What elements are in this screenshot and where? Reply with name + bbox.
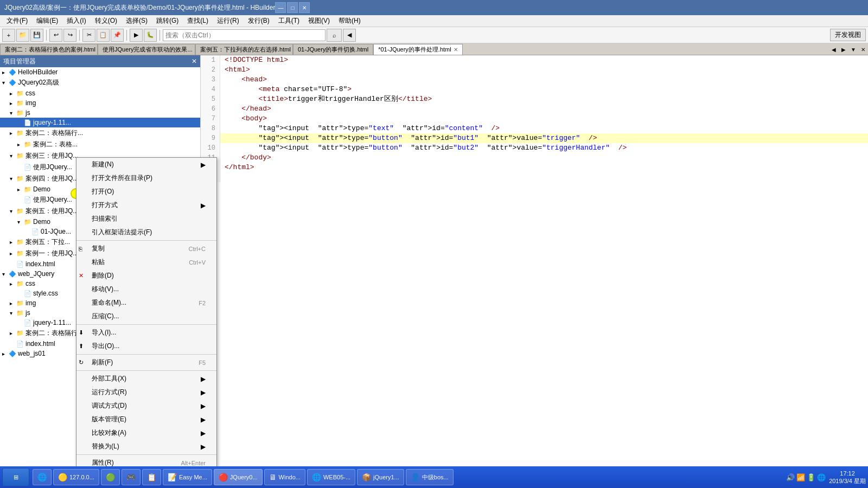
context-menu-item-22[interactable]: 版本管理(E)▶: [76, 413, 216, 426]
toolbar-open[interactable]: 📁: [16, 29, 29, 42]
context-menu-item-12[interactable]: 压缩(C)...: [76, 310, 216, 323]
context-menu-item-11[interactable]: 重命名(M)...F2: [76, 296, 216, 310]
menu-item-t[interactable]: 工具(T): [274, 15, 304, 27]
context-menu-item-21[interactable]: 调试方式(D)▶: [76, 399, 216, 413]
tab-2[interactable]: 案例五：下拉列表的左右选择.html: [195, 44, 293, 55]
systray-icon[interactable]: 🔊: [786, 473, 795, 481]
tree-item-2[interactable]: ▸📁css: [0, 88, 200, 98]
context-menu-item-23[interactable]: 比较对象(A)▶: [76, 426, 216, 440]
context-menu-item-4[interactable]: 扫描索引: [76, 212, 216, 226]
maximize-button[interactable]: □: [287, 2, 298, 13]
tab-action-btn[interactable]: ✕: [858, 44, 868, 55]
tree-item-6[interactable]: ▸📁案例二：表格隔行...: [0, 127, 200, 139]
code-line-13[interactable]: 13: [201, 172, 868, 182]
systray-icon[interactable]: 🌐: [817, 473, 826, 481]
menu-item-i[interactable]: 插入(I): [62, 15, 90, 27]
code-line-1[interactable]: 1<!DOCTYPE html>: [201, 55, 868, 65]
tree-item-4[interactable]: ▾📁js: [0, 108, 200, 118]
taskbar-item-clipboard[interactable]: 📋: [142, 469, 161, 485]
taskbar-item-chrome-browser[interactable]: 🟡127.0.0...: [53, 469, 99, 485]
taskbar-item-easy-memo[interactable]: 📝Easy Me...: [163, 469, 212, 485]
sidebar-close-button[interactable]: ✕: [192, 57, 197, 65]
toolbar-save[interactable]: 💾: [30, 29, 43, 42]
toolbar-new[interactable]: +: [2, 29, 15, 42]
context-menu-item-0[interactable]: 新建(N)▶: [76, 158, 216, 171]
tab-action-btn[interactable]: ▼: [848, 44, 858, 55]
code-line-12[interactable]: 12</html>: [201, 163, 868, 172]
menu-item-g[interactable]: 跳转(G): [152, 15, 183, 27]
search-prev[interactable]: ◀: [343, 29, 356, 42]
tab-1[interactable]: 使用JQuery完成省市联动的效果...: [98, 44, 195, 55]
taskbar-item-ie-browser[interactable]: 🌐: [33, 469, 52, 485]
context-menu-item-7[interactable]: ⎘复制Ctrl+C: [76, 242, 216, 255]
code-line-7[interactable]: 7 <body>: [201, 114, 868, 124]
taskbar-item-windows-explorer[interactable]: 🖥Windo...: [264, 469, 305, 485]
toolbar-paste[interactable]: 📌: [111, 29, 124, 42]
taskbar-item-web05[interactable]: 🌐WEB05-...: [307, 469, 355, 485]
menu-item-f[interactable]: 文件(F): [2, 15, 32, 27]
menu-item-s[interactable]: 选择(S): [122, 15, 152, 27]
context-menu-item-8[interactable]: 粘贴Ctrl+V: [76, 255, 216, 269]
taskbar-item-media-player[interactable]: 🟢: [101, 469, 120, 485]
code-line-9[interactable]: 9 "tag"><input "attr">type="button" "att…: [201, 133, 868, 143]
code-line-3[interactable]: 3 <head>: [201, 75, 868, 85]
context-menu-item-9[interactable]: ✕删除(D): [76, 269, 216, 282]
code-line-8[interactable]: 8 "tag"><input "attr">type="text" "attr"…: [201, 124, 868, 133]
menu-item-o[interactable]: 转义(O): [91, 15, 122, 27]
tree-item-3[interactable]: ▸📁img: [0, 98, 200, 108]
toolbar-redo[interactable]: ↪: [63, 29, 76, 42]
context-menu-item-24[interactable]: 替换为(L)▶: [76, 440, 216, 453]
menu-item-b[interactable]: 发行(B): [244, 15, 274, 27]
context-menu-item-17[interactable]: ↻刷新(F)F5: [76, 356, 216, 369]
context-menu-item-1[interactable]: 打开文件所在目录(P): [76, 171, 216, 185]
start-button[interactable]: ⊞: [2, 468, 29, 486]
code-line-11[interactable]: 11 </body>: [201, 153, 868, 163]
menu-item-r[interactable]: 运行(R): [213, 15, 244, 27]
code-line-4[interactable]: 4 <meta charset="UTF-8">: [201, 85, 868, 94]
context-menu-item-19[interactable]: 外部工具(X)▶: [76, 372, 216, 386]
context-menu-item-20[interactable]: 运行方式(R)▶: [76, 386, 216, 399]
tab-0[interactable]: 案例二：表格隔行换色的案例.html: [0, 44, 98, 55]
close-button[interactable]: ✕: [299, 2, 310, 13]
code-line-2[interactable]: 2<html>: [201, 65, 868, 75]
systray-icon[interactable]: 🔋: [807, 473, 815, 481]
dev-view-button[interactable]: 开发视图: [830, 29, 866, 41]
toolbar-undo[interactable]: ↩: [49, 29, 62, 42]
menu-item-e[interactable]: 编辑(E): [32, 15, 62, 27]
menu-item-l[interactable]: 查找(L): [183, 15, 213, 27]
minimize-button[interactable]: —: [275, 2, 286, 13]
toolbar-debug[interactable]: 🐛: [144, 29, 157, 42]
search-button[interactable]: ⌕: [327, 29, 342, 42]
toolbar-copy[interactable]: 📋: [97, 29, 110, 42]
code-line-10[interactable]: 10 "tag"><input "attr">type="button" "at…: [201, 143, 868, 153]
context-menu-item-14[interactable]: ⬇导入(I)...: [76, 326, 216, 339]
systray-icon[interactable]: 📶: [796, 473, 805, 481]
context-menu-item-2[interactable]: 打开(O): [76, 185, 216, 198]
tab-action-btn[interactable]: ◀: [829, 44, 839, 55]
tab-3[interactable]: 01-JQuery的事件切换.html: [293, 44, 373, 55]
tree-item-1[interactable]: ▾🔷JQuery02高级: [0, 77, 200, 88]
code-line-6[interactable]: 6 </head>: [201, 104, 868, 114]
tree-item-7[interactable]: ▸📁案例二：表格...: [0, 139, 200, 150]
taskbar-item-jquery[interactable]: 📦jQuery1...: [357, 469, 404, 485]
context-menu-item-5[interactable]: 引入框架语法提示(F): [76, 226, 216, 239]
taskbar-item-hbuilder[interactable]: 🔴JQuery0...: [214, 469, 263, 485]
tab-action-btn[interactable]: ▶: [839, 44, 848, 55]
toolbar-cut[interactable]: ✂: [82, 29, 95, 42]
menu-item-h[interactable]: 帮助(H): [334, 15, 365, 27]
code-editor[interactable]: 1<!DOCTYPE html>2<html>3 <head>4 <meta c…: [201, 55, 868, 471]
context-menu-item-3[interactable]: 打开方式▶: [76, 198, 216, 212]
tab-4[interactable]: *01-JQuery的事件处理.html✕: [373, 44, 462, 55]
taskbar-item-game[interactable]: 🎮: [122, 469, 141, 485]
search-input[interactable]: [163, 29, 326, 41]
code-line-5[interactable]: 5 <title>trigger和triggerHandler区别</title…: [201, 94, 868, 104]
tree-arrow: ▸: [10, 91, 16, 97]
context-menu-item-15[interactable]: ⬆导出(O)...: [76, 339, 216, 353]
tab-close-4[interactable]: ✕: [454, 47, 458, 53]
taskbar-item-user[interactable]: 👤中级bos...: [406, 469, 454, 485]
menu-item-v[interactable]: 视图(V): [304, 15, 334, 27]
toolbar-run[interactable]: ▶: [130, 29, 143, 42]
tree-item-5[interactable]: 📄jquery-1.11...: [0, 118, 200, 127]
context-menu-item-10[interactable]: 移动(V)...: [76, 282, 216, 296]
tree-item-0[interactable]: ▸🔷HelloHBuilder: [0, 67, 200, 77]
